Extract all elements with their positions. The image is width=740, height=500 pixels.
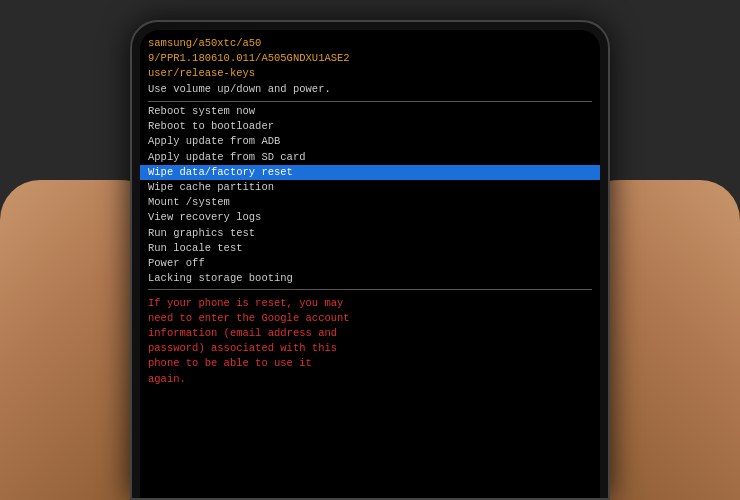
header-line4: Use volume up/down and power.: [148, 82, 592, 97]
recovery-menu: Reboot system now Reboot to bootloader A…: [148, 104, 592, 290]
phone-screen: samsung/a50xtc/a50 9/PPR1.180610.011/A50…: [140, 30, 600, 498]
menu-item-4[interactable]: Wipe data/factory reset: [140, 165, 600, 180]
warning-line-4: password) associated with this: [148, 341, 592, 356]
menu-item-0[interactable]: Reboot system now: [148, 104, 592, 119]
menu-item-6[interactable]: Mount /system: [148, 195, 592, 210]
menu-item-10[interactable]: Power off: [148, 256, 592, 271]
menu-item-1[interactable]: Reboot to bootloader: [148, 119, 592, 134]
menu-item-11[interactable]: Lacking storage booting: [148, 271, 592, 286]
menu-item-5[interactable]: Wipe cache partition: [148, 180, 592, 195]
scene: samsung/a50xtc/a50 9/PPR1.180610.011/A50…: [0, 0, 740, 500]
header-line1: samsung/a50xtc/a50: [148, 36, 592, 51]
terminal: samsung/a50xtc/a50 9/PPR1.180610.011/A50…: [140, 30, 600, 498]
header-line3: user/release-keys: [148, 66, 592, 81]
warning-line-3: information (email address and: [148, 326, 592, 341]
warning-line-1: If your phone is reset, you may: [148, 296, 592, 311]
warning-line-5: phone to be able to use it: [148, 356, 592, 371]
phone-body: samsung/a50xtc/a50 9/PPR1.180610.011/A50…: [130, 20, 610, 500]
menu-item-2[interactable]: Apply update from ADB: [148, 134, 592, 149]
warning-line-2: need to enter the Google account: [148, 311, 592, 326]
menu-item-7[interactable]: View recovery logs: [148, 210, 592, 225]
warning-section: If your phone is reset, you may need to …: [148, 292, 592, 387]
warning-line-6: again.: [148, 372, 592, 387]
terminal-header: samsung/a50xtc/a50 9/PPR1.180610.011/A50…: [148, 36, 592, 102]
header-line2: 9/PPR1.180610.011/A505GNDXU1ASE2: [148, 51, 592, 66]
menu-item-8[interactable]: Run graphics test: [148, 226, 592, 241]
menu-item-9[interactable]: Run locale test: [148, 241, 592, 256]
menu-item-3[interactable]: Apply update from SD card: [148, 150, 592, 165]
